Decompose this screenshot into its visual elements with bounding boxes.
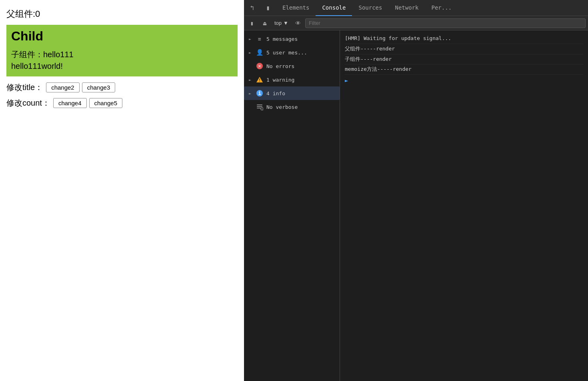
arrow-icon-user: ► xyxy=(249,50,253,55)
devtools-main: ► ≡ 5 messages ► 👤 5 user mes... ► ✕ xyxy=(244,30,588,381)
parent-label: 父组件:0 xyxy=(6,8,238,20)
change2-button[interactable]: change2 xyxy=(46,82,80,92)
modify-title-row: 修改title： change2 change3 xyxy=(6,82,238,93)
log-level-messages[interactable]: ► ≡ 5 messages xyxy=(244,32,340,46)
svg-line-10 xyxy=(263,110,263,110)
console-line-hmr: [HMR] Waiting for update signal... xyxy=(345,34,583,44)
child-title: Child xyxy=(11,29,233,44)
console-prompt[interactable]: ► xyxy=(345,77,583,84)
tab-elements[interactable]: Elements xyxy=(276,0,316,16)
console-line-memoize: memoize方法-----render xyxy=(345,64,583,75)
messages-label: 5 messages xyxy=(266,36,298,42)
context-selector[interactable]: top ▼ xyxy=(272,19,291,27)
change3-button[interactable]: change3 xyxy=(82,82,116,92)
device-icon[interactable]: ▮ xyxy=(260,0,276,16)
list-icon: ≡ xyxy=(256,35,263,42)
svg-text:i: i xyxy=(258,90,261,96)
prompt-arrow-icon: ► xyxy=(345,77,348,84)
arrow-icon-messages: ► xyxy=(249,37,253,41)
sidebar-toggle-icon[interactable]: ▮ xyxy=(246,18,258,29)
devtools-tab-bar: ↰ ▮ Elements Console Sources Network Per… xyxy=(244,0,588,16)
verbose-label: No verbose xyxy=(266,104,298,110)
clear-icon[interactable]: ⏏ xyxy=(259,18,270,29)
verbose-icon xyxy=(256,103,263,110)
modify-title-label: 修改title： xyxy=(6,82,43,93)
modify-count-label: 修改count： xyxy=(6,98,50,108)
console-line-parent: 父组件-----render xyxy=(345,44,583,54)
context-label: top xyxy=(274,20,282,26)
change4-button[interactable]: change4 xyxy=(53,98,87,108)
cursor-icon[interactable]: ↰ xyxy=(244,0,260,16)
tab-network[interactable]: Network xyxy=(388,0,425,16)
child-section: Child 子组件：hello111 hello111world! xyxy=(6,25,238,76)
change5-button[interactable]: change5 xyxy=(89,98,123,108)
log-level-info[interactable]: ► i 4 info xyxy=(244,86,340,100)
child-world: hello111world! xyxy=(11,62,233,71)
log-level-verbose[interactable]: ► No verbose xyxy=(244,100,340,114)
console-toolbar: ▮ ⏏ top ▼ 👁 xyxy=(244,16,588,30)
svg-rect-8 xyxy=(257,108,261,108)
warning-icon: ! xyxy=(256,76,263,83)
svg-rect-7 xyxy=(257,106,262,107)
user-label: 5 user mes... xyxy=(266,50,307,56)
info-label: 4 info xyxy=(266,90,285,96)
error-icon: ✕ xyxy=(256,62,263,70)
app-panel: 父组件:0 Child 子组件：hello111 hello111world! … xyxy=(0,0,244,381)
log-levels-sidebar: ► ≡ 5 messages ► 👤 5 user mes... ► ✕ xyxy=(244,30,340,381)
svg-text:!: ! xyxy=(258,78,261,82)
devtools-panel: ↰ ▮ Elements Console Sources Network Per… xyxy=(244,0,588,381)
eye-icon[interactable]: 👁 xyxy=(292,18,304,29)
console-output: [HMR] Waiting for update signal... 父组件--… xyxy=(340,30,588,381)
svg-rect-6 xyxy=(257,104,262,105)
arrow-icon-warning: ► xyxy=(249,78,253,82)
log-level-user[interactable]: ► 👤 5 user mes... xyxy=(244,46,340,59)
tab-console[interactable]: Console xyxy=(316,0,352,16)
arrow-icon-info: ► xyxy=(249,91,253,96)
modify-count-row: 修改count： change4 change5 xyxy=(6,98,238,108)
tab-sources[interactable]: Sources xyxy=(352,0,388,16)
user-icon: 👤 xyxy=(256,49,263,56)
warning-label: 1 warning xyxy=(266,77,294,83)
dropdown-arrow-icon: ▼ xyxy=(283,20,288,26)
svg-text:✕: ✕ xyxy=(258,63,261,69)
tab-performance[interactable]: Per... xyxy=(425,0,458,16)
info-icon: i xyxy=(256,90,263,97)
log-level-errors[interactable]: ► ✕ No errors xyxy=(244,59,340,73)
filter-input[interactable] xyxy=(305,18,586,28)
child-sub: 子组件：hello111 xyxy=(11,49,233,60)
console-line-child: 子组件----render xyxy=(345,54,583,65)
errors-label: No errors xyxy=(266,63,294,69)
log-level-warning[interactable]: ► ! 1 warning xyxy=(244,73,340,86)
